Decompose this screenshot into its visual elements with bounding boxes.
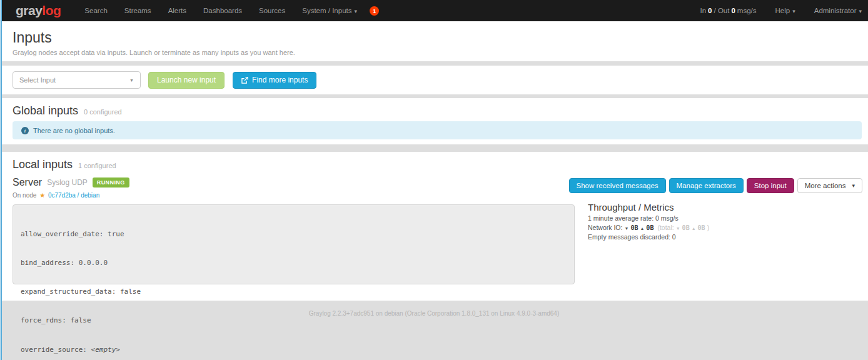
global-inputs-section: Global inputs0 configured i There are no…	[0, 98, 868, 144]
config-entry: force_rdns: false	[21, 316, 567, 325]
config-entry: expand_structured_data: false	[21, 287, 567, 296]
download-arrow-icon: ▼	[676, 226, 680, 231]
help-menu[interactable]: Help▾	[775, 7, 795, 14]
nav-item-dashboards[interactable]: Dashboards	[203, 7, 242, 14]
nav-item-search[interactable]: Search	[84, 7, 107, 14]
input-launcher-section: Select Input ▼ Launch new input Find mor…	[0, 66, 868, 94]
global-inputs-title: Global inputs	[13, 104, 78, 118]
no-global-inputs-alert: i There are no global inputs.	[13, 121, 862, 139]
notification-badge[interactable]: 1	[370, 6, 379, 16]
download-arrow-icon: ▼	[624, 226, 628, 231]
more-actions-button[interactable]: More actions▾	[797, 178, 862, 193]
select-placeholder: Select Input	[19, 76, 56, 84]
external-link-icon	[241, 77, 248, 84]
nav-item-system-inputs[interactable]: System / Inputs▾	[302, 7, 357, 14]
find-more-inputs-button[interactable]: Find more inputs	[233, 72, 316, 89]
metric-average-rate: 1 minute average rate: 0 msg/s	[588, 214, 709, 222]
node-link[interactable]: 0c77d2ba / debian	[48, 192, 99, 199]
top-navbar: graylog Search Streams Alerts Dashboards…	[0, 0, 868, 21]
config-entry: override_source: <empty>	[21, 345, 567, 354]
version-footer: Graylog 2.2.3+7adc951 on debian (Oracle …	[0, 310, 868, 317]
chevron-down-icon: ▾	[852, 182, 855, 189]
throughput-metrics: Throughput / Metrics 1 minute average ra…	[588, 202, 709, 241]
local-inputs-count: 1 configured	[78, 162, 116, 169]
graylog-logo[interactable]: graylog	[16, 3, 61, 18]
input-name: Server	[13, 177, 42, 188]
metric-network-io: Network IO: ▼0B ▲0B (total: ▼0B ▲0B )	[588, 224, 709, 231]
status-badge: RUNNING	[93, 178, 129, 188]
input-type: Syslog UDP	[47, 178, 88, 187]
global-inputs-count: 0 configured	[84, 108, 122, 116]
manage-extractors-button[interactable]: Manage extractors	[669, 178, 744, 193]
config-entry: bind_address: 0.0.0.0	[21, 258, 567, 268]
input-type-select[interactable]: Select Input ▼	[13, 71, 141, 89]
config-entry: allow_override_date: true	[21, 229, 567, 239]
chevron-down-icon: ▾	[355, 8, 358, 14]
page-header-section: Inputs Graylog nodes accept data via inp…	[0, 21, 868, 61]
local-inputs-title: Local inputs	[13, 158, 73, 171]
nav-item-alerts[interactable]: Alerts	[168, 7, 186, 14]
input-actions: Show received messages Manage extractors…	[569, 178, 862, 193]
metric-empty-messages: Empty messages discarded: 0	[588, 233, 709, 241]
page-title: Inputs	[13, 29, 868, 46]
logo-text-gray: gray	[16, 3, 42, 18]
network-io-total: (total: ▼0B ▲0B )	[657, 224, 709, 231]
input-configuration-block: allow_override_date: true bind_address: …	[13, 204, 575, 284]
metrics-title: Throughput / Metrics	[588, 202, 709, 212]
navbar-right: In0/ Out0msg/s Help▾ Administrator▾	[700, 7, 862, 14]
chevron-down-icon: ▾	[792, 8, 795, 14]
nav-item-sources[interactable]: Sources	[259, 7, 285, 14]
main-nav: Search Streams Alerts Dashboards Sources…	[84, 7, 357, 14]
window-edge-strip	[0, 0, 2, 360]
chevron-down-icon: ▼	[129, 78, 134, 82]
upload-arrow-icon: ▲	[692, 226, 696, 231]
page-description: Graylog nodes accept data via inputs. La…	[13, 49, 868, 56]
nav-item-streams[interactable]: Streams	[124, 7, 151, 14]
show-received-messages-button[interactable]: Show received messages	[569, 178, 666, 193]
upload-arrow-icon: ▲	[640, 226, 644, 231]
logo-text-red: log	[42, 3, 61, 18]
stop-input-button[interactable]: Stop input	[747, 178, 794, 193]
local-inputs-section: Local inputs1 configured Server Syslog U…	[0, 152, 868, 301]
launch-new-input-button[interactable]: Launch new input	[148, 72, 225, 89]
chevron-down-icon: ▾	[859, 8, 862, 14]
master-node-star-icon: ★	[39, 192, 45, 199]
user-menu[interactable]: Administrator▾	[814, 7, 862, 14]
global-throughput: In0/ Out0msg/s	[700, 7, 757, 14]
info-icon: i	[21, 127, 29, 134]
